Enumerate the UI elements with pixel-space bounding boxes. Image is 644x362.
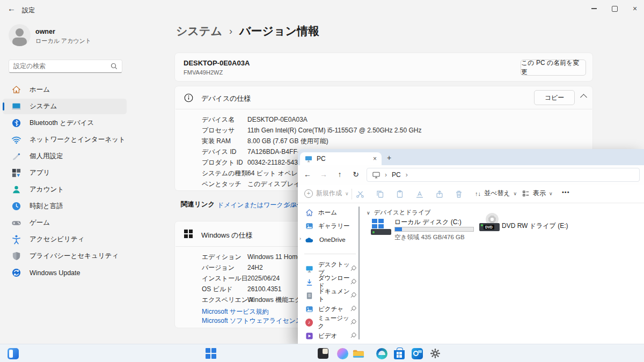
breadcrumb: システム › バージョン情報 xyxy=(176,24,319,39)
collapse-chevron-icon[interactable] xyxy=(580,94,587,101)
shield-icon xyxy=(11,251,21,261)
home-icon xyxy=(305,209,313,217)
explorer-navrow: ← → ↑ ↻ › PC › xyxy=(298,165,644,185)
explorer-side-gallery[interactable]: ギャラリー xyxy=(305,220,354,231)
explorer-side-documents[interactable]: ドキュメント xyxy=(305,290,354,301)
spec-row: プロダクト ID00342-21182-54346 xyxy=(202,158,305,167)
breadcrumb-parent[interactable]: システム xyxy=(176,24,222,39)
sidebar-item-accessibility[interactable]: アクセシビリティ xyxy=(3,232,127,247)
back-button[interactable]: ← xyxy=(8,4,16,13)
spec-row: デバイス ID7A126BDA-B4FF-46 xyxy=(202,147,306,157)
copy-button[interactable]: コピー xyxy=(534,90,575,105)
delete-icon xyxy=(455,190,463,198)
chevron-right-icon[interactable]: › xyxy=(299,236,301,241)
device-model: FMVA49H2WZ xyxy=(184,69,223,76)
explorer-window: PC × + ← → ↑ ↻ › PC › + 新規作成 ∨ xyxy=(298,149,644,344)
close-button[interactable]: × xyxy=(626,3,644,14)
close-icon: × xyxy=(633,4,637,13)
user-name: owner xyxy=(35,28,55,35)
sidebar-item-time-language[interactable]: 時刻と言語 xyxy=(3,198,127,214)
explorer-tab-pc[interactable]: PC × xyxy=(300,152,382,165)
windows-start-icon xyxy=(206,348,216,359)
explorer-side-pictures[interactable]: ピクチャ xyxy=(305,304,354,314)
spec-row: プロセッサ11th Gen Intel(R) Core(TM) i5-1155G… xyxy=(202,126,422,135)
address-bar[interactable]: › PC › xyxy=(367,168,640,182)
taskbar-outlook[interactable] xyxy=(411,347,423,360)
pin-icon xyxy=(349,319,356,326)
new-tab-button[interactable]: + xyxy=(387,153,391,162)
spec-row: エクスペリエンスWindows 機能エクス xyxy=(202,295,308,305)
more-button[interactable]: ••• xyxy=(562,189,570,195)
tab-close-icon[interactable]: × xyxy=(373,155,377,162)
sidebar-item-privacy-security[interactable]: プライバシーとセキュリティ xyxy=(3,248,127,264)
explorer-side-onedrive[interactable]: OneDrive xyxy=(305,234,354,245)
copy-icon xyxy=(376,190,384,198)
sidebar-scrollbar[interactable] xyxy=(358,206,360,339)
explorer-titlebar[interactable]: PC × + xyxy=(298,149,644,165)
minimize-icon xyxy=(591,8,597,9)
explorer-side-desktop[interactable]: デスクトップ xyxy=(305,263,354,274)
sort-button[interactable]: ↑↓ 並べ替え ∨ xyxy=(475,189,517,198)
plus-icon: + xyxy=(304,189,313,198)
sidebar-item-personalization[interactable]: 個人用設定 xyxy=(3,149,127,164)
explorer-side-home[interactable]: ホーム xyxy=(305,207,354,218)
taskbar-edge[interactable] xyxy=(375,347,388,360)
maximize-button[interactable] xyxy=(605,3,624,14)
nav-up-icon[interactable]: ↑ xyxy=(334,170,345,179)
drive-c-label: ローカル ディスク (C:) xyxy=(394,218,462,227)
dvd-drive-icon: DVD xyxy=(479,223,500,231)
clock-icon xyxy=(11,201,21,211)
widgets-button[interactable] xyxy=(6,347,19,360)
gamepad-icon xyxy=(11,218,21,228)
drive-dvd-label: DVD RW ドライブ (E:) xyxy=(502,221,568,231)
info-icon xyxy=(184,93,193,102)
sidebar-item-apps[interactable]: アプリ xyxy=(3,165,127,181)
address-location[interactable]: PC xyxy=(392,171,401,179)
desktop-icon xyxy=(305,265,313,273)
sidebar-label: アクセシビリティ xyxy=(30,235,84,244)
settings-title: 設定 xyxy=(22,6,35,15)
taskbar-store[interactable] xyxy=(393,347,406,360)
taskbar-settings[interactable] xyxy=(429,347,442,360)
taskbar-copilot[interactable] xyxy=(336,347,349,360)
hdd-icon xyxy=(371,229,391,235)
ms-services-agreement-link[interactable]: Microsoft サービス規約 xyxy=(202,307,269,316)
avatar[interactable] xyxy=(9,24,31,46)
music-icon: ♪ xyxy=(305,319,313,327)
chevron-down-icon: ∨ xyxy=(549,191,553,196)
group-header-devices-drives[interactable]: ∨ デバイスとドライブ xyxy=(367,209,431,217)
drive-c-free-space: 空き領域 435 GB/476 GB xyxy=(394,233,465,241)
sidebar-item-gaming[interactable]: ゲーム xyxy=(3,215,127,231)
start-button[interactable] xyxy=(204,347,217,360)
sidebar-item-bluetooth-devices[interactable]: Bluetooth とデバイス xyxy=(3,115,127,131)
explorer-body: ホーム ギャラリー › OneDrive デスクトップ ダウンロード xyxy=(298,203,644,344)
taskbar-explorer[interactable] xyxy=(352,347,365,360)
nav-back-icon[interactable]: ← xyxy=(302,170,313,179)
edge-icon xyxy=(376,348,387,359)
taskbar-app-dark[interactable] xyxy=(317,347,330,360)
sidebar-item-windows-update[interactable]: Windows Update xyxy=(3,265,127,280)
nav-forward-icon: → xyxy=(318,170,329,179)
explorer-side-music[interactable]: ♪ ミュージック xyxy=(305,317,354,328)
sidebar-item-system[interactable]: システム xyxy=(3,99,127,114)
explorer-side-videos[interactable]: ビデオ xyxy=(305,330,354,341)
videos-icon xyxy=(305,332,313,340)
more-icon: ••• xyxy=(562,189,570,195)
sidebar-item-accounts[interactable]: アカウント xyxy=(3,182,127,197)
sidebar-item-network-internet[interactable]: ネットワークとインターネット xyxy=(3,132,127,147)
sidebar-label: ホーム xyxy=(30,85,50,94)
accessibility-icon xyxy=(11,234,21,245)
account-icon xyxy=(11,184,21,195)
apps-icon xyxy=(11,168,21,178)
view-button[interactable]: 表示 ∨ xyxy=(522,189,553,198)
explorer-side-downloads[interactable]: ダウンロード xyxy=(305,277,354,287)
sidebar-label: アプリ xyxy=(30,168,50,178)
page-title: バージョン情報 xyxy=(239,24,319,39)
rename-pc-button[interactable]: この PC の名前を変更 xyxy=(521,60,586,76)
system-icon xyxy=(11,101,21,112)
nav-refresh-icon[interactable]: ↻ xyxy=(350,170,361,179)
sort-icon: ↑↓ xyxy=(475,190,481,197)
minimize-button[interactable] xyxy=(585,3,603,14)
settings-search-input[interactable]: 設定の検索 xyxy=(9,60,122,73)
sidebar-item-home[interactable]: ホーム xyxy=(3,82,127,98)
